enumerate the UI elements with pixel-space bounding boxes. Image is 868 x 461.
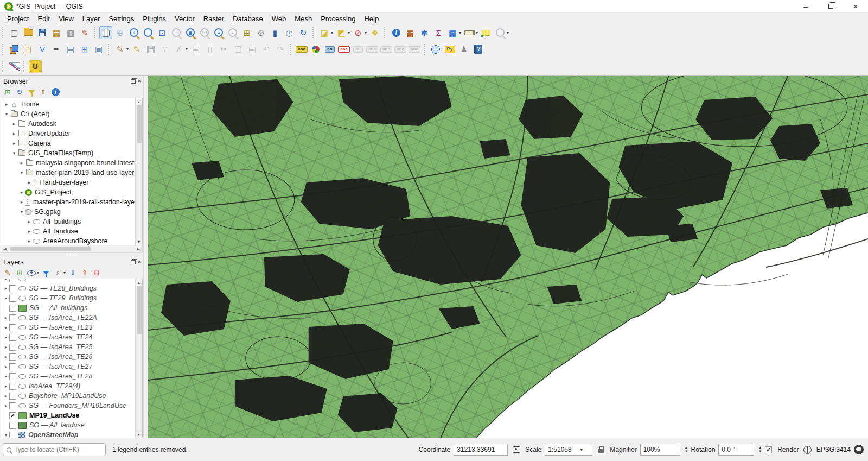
render-checkbox[interactable] bbox=[765, 446, 772, 453]
browser-tree-item[interactable]: ▸ Autodesk bbox=[1, 119, 142, 129]
expander-icon[interactable]: ▸ bbox=[3, 364, 9, 369]
zoom-last-icon[interactable]: ◂ bbox=[212, 26, 225, 39]
zoom-to-selection-icon[interactable]: ▭ bbox=[170, 26, 183, 39]
zoom-next-icon[interactable]: ▸ bbox=[226, 26, 239, 39]
browser-tree-item[interactable]: ▸ GIS_Project bbox=[1, 187, 142, 197]
copy-features-icon[interactable]: ❏ bbox=[232, 43, 245, 56]
add-group-icon[interactable]: ⊞ bbox=[14, 268, 25, 279]
menu-item[interactable]: Mesh bbox=[290, 14, 316, 24]
log-messages-icon[interactable] bbox=[854, 445, 864, 454]
show-layout-manager-icon[interactable]: ▥ bbox=[64, 26, 77, 39]
dropdown-arrow-icon[interactable]: ▾ bbox=[186, 47, 188, 52]
expander-icon[interactable]: ▸ bbox=[3, 325, 9, 330]
expander-icon[interactable]: ▾ bbox=[3, 111, 10, 117]
dropdown-arrow-icon[interactable]: ▾ bbox=[331, 30, 333, 35]
expander-icon[interactable]: ▸ bbox=[3, 295, 9, 301]
browser-float-icon[interactable] bbox=[131, 79, 136, 84]
expander-icon[interactable]: ▸ bbox=[3, 403, 9, 408]
layer-diagram-icon[interactable] bbox=[309, 43, 322, 56]
expander-icon[interactable]: ▾ bbox=[11, 150, 17, 156]
menu-item[interactable]: Processing bbox=[316, 14, 360, 24]
layer-item[interactable]: SG — All_buildings bbox=[1, 303, 142, 313]
new-spatialite-layer-icon[interactable]: ✒ bbox=[50, 43, 63, 56]
cut-features-icon[interactable]: ✂ bbox=[218, 43, 231, 56]
menu-item[interactable]: Plugins bbox=[138, 14, 170, 24]
pin-labels-icon[interactable]: ab bbox=[323, 43, 336, 56]
advanced-digitize-icon[interactable]: ✗ bbox=[173, 43, 186, 56]
browser-collapse-all-icon[interactable]: ⇑ bbox=[37, 87, 49, 98]
layer-checkbox[interactable] bbox=[9, 305, 16, 312]
expander-icon[interactable]: ▸ bbox=[3, 393, 9, 399]
layer-checkbox[interactable] bbox=[9, 373, 16, 380]
expander-icon[interactable]: ▸ bbox=[18, 199, 25, 205]
layer-item[interactable]: ▸ IsoArea_TE29(4) bbox=[1, 381, 142, 391]
coordinate-input[interactable]: 31213,33691 bbox=[454, 444, 508, 456]
collapse-all-icon[interactable]: ⇑ bbox=[79, 268, 91, 279]
layer-checkbox[interactable] bbox=[9, 285, 16, 292]
expander-icon[interactable]: ▸ bbox=[3, 102, 10, 107]
expander-icon[interactable]: ▸ bbox=[3, 334, 9, 340]
u-plugin-icon[interactable]: U bbox=[29, 60, 42, 73]
statistics-icon[interactable]: Σ bbox=[432, 26, 445, 39]
layer-checkbox[interactable] bbox=[9, 393, 16, 400]
new-mesh-layer-icon[interactable]: ▤ bbox=[64, 43, 77, 56]
modify-attributes-icon[interactable]: ▤ bbox=[189, 43, 202, 56]
menu-item[interactable]: Raster bbox=[199, 14, 228, 24]
rotation-spinner[interactable]: ▲▼ bbox=[758, 446, 762, 453]
menu-item[interactable]: Settings bbox=[104, 14, 138, 24]
layer-checkbox[interactable] bbox=[9, 295, 16, 302]
new-virtual-layer-icon[interactable]: ⊞ bbox=[78, 43, 91, 56]
remove-layer-icon[interactable]: ⊟ bbox=[91, 268, 103, 279]
change-label-icon[interactable]: abc bbox=[408, 43, 421, 56]
dropdown-arrow-icon[interactable]: ▾ bbox=[348, 30, 350, 35]
layer-item[interactable]: ▸ SG — IsoArea_TE28 bbox=[1, 371, 142, 381]
expander-icon[interactable]: ▾ bbox=[3, 432, 9, 438]
scrollbar-thumb[interactable] bbox=[137, 286, 142, 334]
layer-checkbox[interactable] bbox=[9, 324, 16, 331]
toggle-editing-icon[interactable]: ✎ bbox=[130, 43, 143, 56]
current-edits-icon[interactable]: ✎ bbox=[113, 43, 126, 56]
select-features-icon[interactable]: ◪ bbox=[318, 26, 331, 39]
layer-checkbox[interactable] bbox=[9, 412, 16, 419]
zoom-native-icon[interactable]: 1:1 bbox=[198, 26, 211, 39]
layer-checkbox[interactable] bbox=[9, 422, 16, 429]
browser-tree-item[interactable]: ▸ All_buildings bbox=[1, 217, 142, 226]
bookmarks-icon[interactable]: ▮ bbox=[269, 26, 282, 39]
pan-map-icon[interactable] bbox=[99, 26, 112, 39]
layer-item[interactable]: ▸ SG — Founders_MP19LandUse bbox=[1, 401, 142, 411]
magnifier-spinner[interactable]: ▲▼ bbox=[685, 446, 688, 453]
temporal-controller-icon[interactable]: ◷ bbox=[283, 26, 296, 39]
new-geopackage-layer-icon[interactable]: ◳ bbox=[22, 43, 35, 56]
profile-tool-icon[interactable] bbox=[8, 60, 21, 73]
magnifier-input[interactable]: 100% bbox=[640, 444, 680, 456]
expander-icon[interactable]: ▸ bbox=[11, 131, 17, 136]
delete-selected-icon[interactable]: ▯ bbox=[203, 43, 216, 56]
toolbar-grip[interactable] bbox=[290, 44, 292, 55]
browser-tree-item[interactable]: ▾ SG.gpkg bbox=[1, 207, 142, 217]
plugin-tool-icon[interactable]: ♟ bbox=[457, 43, 470, 56]
expander-icon[interactable]: ▸ bbox=[26, 238, 33, 244]
menu-item[interactable]: Vector bbox=[170, 14, 199, 24]
minimize-button[interactable]: – bbox=[793, 0, 818, 12]
save-project-icon[interactable] bbox=[36, 26, 49, 39]
run-feature-action-icon[interactable]: ▦ bbox=[404, 26, 417, 39]
locator-input[interactable] bbox=[14, 446, 102, 453]
select-by-location-icon[interactable]: ❖ bbox=[368, 26, 381, 39]
rotate-label-icon[interactable]: abc bbox=[394, 43, 407, 56]
toolbar-grip[interactable] bbox=[94, 27, 96, 38]
menu-item[interactable]: Project bbox=[3, 14, 33, 24]
dropdown-arrow-icon[interactable]: ▾ bbox=[63, 270, 66, 275]
help-icon[interactable]: ? bbox=[471, 43, 484, 56]
dropdown-arrow-icon[interactable]: ▾ bbox=[37, 270, 39, 275]
expander-icon[interactable]: ▸ bbox=[26, 229, 33, 234]
crs-globe-icon[interactable] bbox=[802, 446, 813, 454]
measure-icon[interactable] bbox=[463, 26, 476, 39]
layer-item[interactable]: ▸ SG — TE29_Buildings bbox=[1, 293, 142, 303]
layer-item[interactable]: ▸ SG — IsoArea_TE27 bbox=[1, 362, 142, 371]
new-3d-map-view-icon[interactable]: ⊛ bbox=[254, 26, 267, 39]
expander-icon[interactable]: ▸ bbox=[26, 219, 33, 224]
toolbar-grip[interactable] bbox=[312, 27, 315, 38]
expander-icon[interactable]: ▸ bbox=[3, 286, 9, 291]
layer-item[interactable]: SG — All_landuse bbox=[1, 420, 142, 430]
zoom-out-icon[interactable]: − bbox=[142, 26, 155, 39]
